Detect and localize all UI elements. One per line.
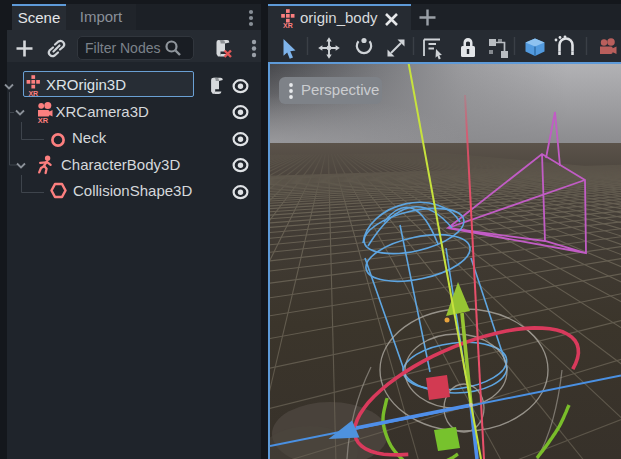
svg-text:XR: XR xyxy=(28,90,38,97)
svg-text:XR: XR xyxy=(283,22,293,29)
svg-text:XR: XR xyxy=(38,116,49,125)
